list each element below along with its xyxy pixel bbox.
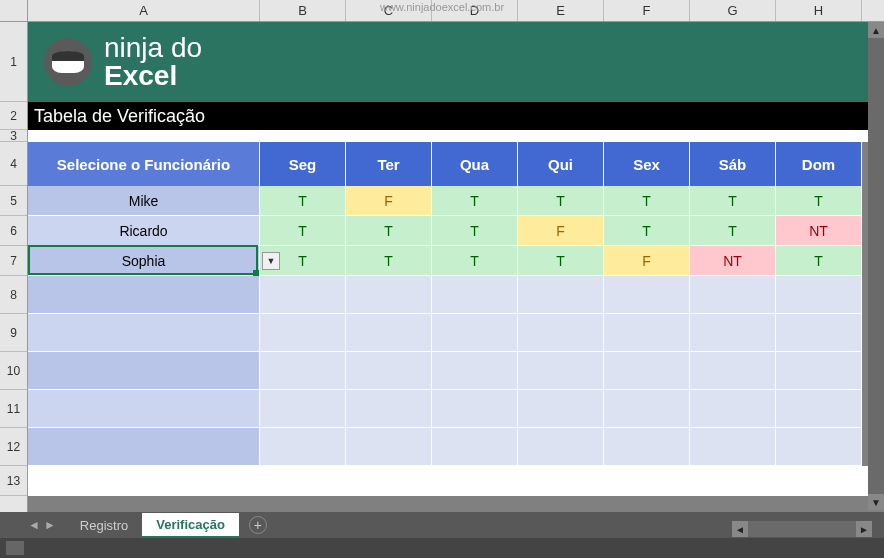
table-row — [28, 390, 884, 428]
row-header-9[interactable]: 9 — [0, 314, 27, 352]
status-cell[interactable] — [604, 276, 690, 314]
status-cell[interactable]: T — [690, 216, 776, 246]
status-cell[interactable] — [776, 428, 862, 466]
status-cell[interactable] — [346, 390, 432, 428]
horizontal-scrollbar[interactable]: ◄ ► — [732, 520, 872, 538]
status-cell[interactable] — [260, 428, 346, 466]
employee-name-cell[interactable] — [28, 428, 260, 466]
status-cell[interactable]: NT — [690, 246, 776, 276]
status-cell[interactable]: T — [432, 216, 518, 246]
header-seg: Seg — [260, 142, 346, 186]
header-qua: Qua — [432, 142, 518, 186]
status-cell[interactable] — [260, 314, 346, 352]
tab-next-icon[interactable]: ► — [44, 518, 56, 532]
record-macro-button[interactable] — [6, 541, 24, 555]
status-cell[interactable] — [690, 390, 776, 428]
employee-name-cell[interactable] — [28, 390, 260, 428]
scroll-h-track[interactable] — [748, 521, 856, 537]
employee-name-cell[interactable] — [28, 352, 260, 390]
logo-banner: ninja doExcel — [28, 22, 884, 102]
status-cell[interactable]: T — [690, 186, 776, 216]
status-cell[interactable]: T — [776, 186, 862, 216]
status-cell[interactable]: T — [518, 186, 604, 216]
employee-name-cell[interactable]: Sophia — [28, 246, 260, 276]
status-cell[interactable] — [690, 352, 776, 390]
status-cell[interactable]: T — [260, 186, 346, 216]
status-cell[interactable] — [690, 314, 776, 352]
row-header-5[interactable]: 5 — [0, 186, 27, 216]
status-cell[interactable] — [690, 276, 776, 314]
tab-nav-arrows[interactable]: ◄ ► — [28, 518, 56, 532]
row-header-7[interactable]: 7 — [0, 246, 27, 276]
row-header-2[interactable]: 2 — [0, 102, 27, 130]
status-cell[interactable]: NT — [776, 216, 862, 246]
status-cell[interactable] — [776, 314, 862, 352]
status-cell[interactable]: F — [604, 246, 690, 276]
row-header-6[interactable]: 6 — [0, 216, 27, 246]
row-13-blank[interactable] — [28, 466, 884, 496]
status-cell[interactable] — [518, 352, 604, 390]
employee-name-cell[interactable] — [28, 276, 260, 314]
status-cell[interactable] — [604, 314, 690, 352]
status-cell[interactable]: T — [432, 186, 518, 216]
status-cell[interactable]: F — [518, 216, 604, 246]
status-cell[interactable] — [518, 390, 604, 428]
status-cell[interactable] — [690, 428, 776, 466]
row-header-11[interactable]: 11 — [0, 390, 27, 428]
status-cell[interactable]: T — [346, 216, 432, 246]
tab-verificacao[interactable]: Verificação — [142, 513, 239, 538]
status-cell[interactable] — [776, 352, 862, 390]
scroll-right-icon[interactable]: ► — [856, 521, 872, 537]
status-cell[interactable] — [260, 352, 346, 390]
status-cell[interactable]: T — [260, 216, 346, 246]
status-cell[interactable] — [260, 390, 346, 428]
status-cell[interactable]: T — [432, 246, 518, 276]
status-cell[interactable] — [346, 314, 432, 352]
status-cell[interactable]: T — [604, 216, 690, 246]
row-header-8[interactable]: 8 — [0, 276, 27, 314]
row-header-10[interactable]: 10 — [0, 352, 27, 390]
status-cell[interactable] — [346, 352, 432, 390]
status-cell[interactable] — [432, 352, 518, 390]
scroll-up-icon[interactable]: ▲ — [868, 22, 884, 38]
status-cell[interactable] — [260, 276, 346, 314]
status-cell[interactable] — [518, 428, 604, 466]
row-header-1[interactable]: 1 — [0, 22, 27, 102]
status-cell[interactable] — [776, 276, 862, 314]
row-header-3[interactable]: 3 — [0, 130, 27, 142]
status-cell[interactable] — [604, 352, 690, 390]
status-cell[interactable] — [776, 390, 862, 428]
status-cell[interactable] — [432, 276, 518, 314]
header-sex: Sex — [604, 142, 690, 186]
status-cell[interactable]: T — [518, 246, 604, 276]
status-cell[interactable] — [604, 390, 690, 428]
employee-name-cell[interactable] — [28, 314, 260, 352]
table-row — [28, 352, 884, 390]
status-cell[interactable] — [604, 428, 690, 466]
row-header-13[interactable]: 13 — [0, 466, 27, 496]
status-cell[interactable]: F — [346, 186, 432, 216]
tab-registro[interactable]: Registro — [66, 514, 142, 537]
status-cell[interactable] — [346, 428, 432, 466]
dropdown-button[interactable]: ▼ — [262, 252, 280, 270]
row-header-4[interactable]: 4 — [0, 142, 27, 186]
status-cell[interactable] — [432, 428, 518, 466]
status-cell[interactable] — [432, 390, 518, 428]
scroll-v-track[interactable] — [868, 38, 884, 494]
employee-name-cell[interactable]: Ricardo — [28, 216, 260, 246]
row-header-12[interactable]: 12 — [0, 428, 27, 466]
status-cell[interactable]: T — [604, 186, 690, 216]
status-cell[interactable] — [518, 276, 604, 314]
status-cell[interactable] — [346, 276, 432, 314]
header-sab: Sáb — [690, 142, 776, 186]
tab-prev-icon[interactable]: ◄ — [28, 518, 40, 532]
employee-name-cell[interactable]: Mike — [28, 186, 260, 216]
status-cell[interactable]: T — [346, 246, 432, 276]
status-cell[interactable]: T — [776, 246, 862, 276]
status-cell[interactable] — [518, 314, 604, 352]
add-sheet-button[interactable]: + — [249, 516, 267, 534]
scroll-down-icon[interactable]: ▼ — [868, 494, 884, 510]
scroll-left-icon[interactable]: ◄ — [732, 521, 748, 537]
vertical-scrollbar[interactable]: ▲ ▼ — [868, 22, 884, 510]
status-cell[interactable] — [432, 314, 518, 352]
